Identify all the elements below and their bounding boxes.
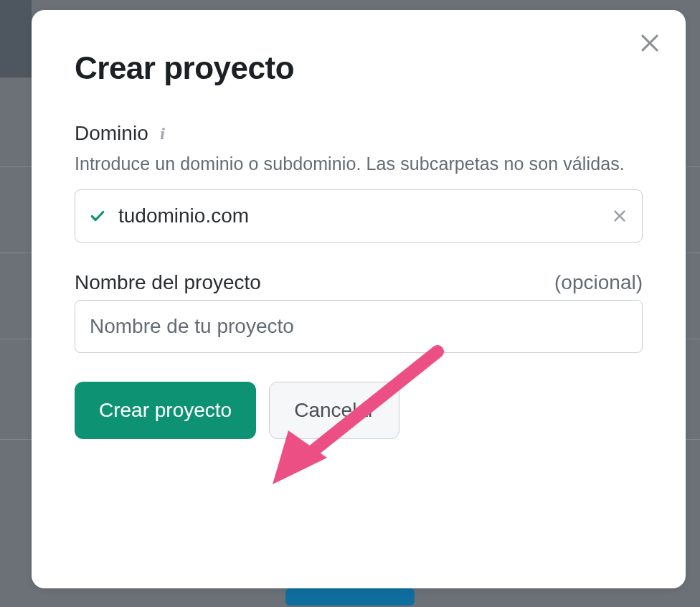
info-icon[interactable]: i xyxy=(156,124,170,143)
project-name-input[interactable] xyxy=(90,315,628,338)
modal-title: Crear proyecto xyxy=(75,50,643,86)
project-name-field-group: Nombre del proyecto (opcional) xyxy=(75,271,643,353)
button-row: Crear proyecto Cancelar xyxy=(75,382,643,439)
create-project-modal: Crear proyecto Dominio i Introduce un do… xyxy=(32,10,686,588)
close-button[interactable] xyxy=(634,29,666,60)
optional-tag: (opcional) xyxy=(554,271,643,294)
clear-input-icon[interactable] xyxy=(612,208,628,224)
project-name-input-wrap xyxy=(75,300,643,353)
checkmark-icon xyxy=(90,208,105,224)
domain-field-group: Dominio i Introduce un dominio o subdomi… xyxy=(75,122,643,243)
domain-input[interactable] xyxy=(118,204,612,227)
cancel-button[interactable]: Cancelar xyxy=(269,382,399,439)
domain-label: Dominio xyxy=(75,122,148,145)
close-icon xyxy=(639,32,661,57)
create-project-button[interactable]: Crear proyecto xyxy=(75,382,256,439)
project-name-label: Nombre del proyecto xyxy=(75,271,261,294)
domain-input-wrap xyxy=(75,189,643,243)
domain-help-text: Introduce un dominio o subdominio. Las s… xyxy=(75,151,643,177)
